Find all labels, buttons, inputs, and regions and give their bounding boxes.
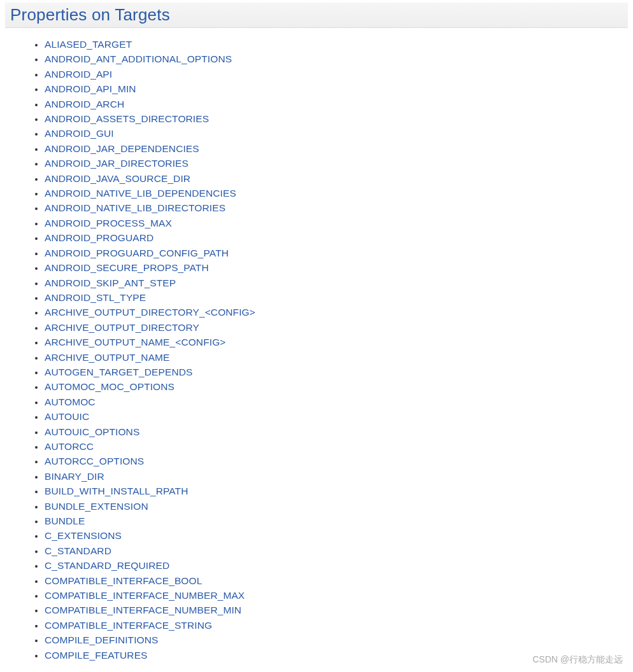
property-link[interactable]: ANDROID_API_MIN — [45, 83, 136, 94]
list-item: COMPILE_DEFINITIONS — [45, 633, 622, 647]
property-link[interactable]: ANDROID_JAR_DIRECTORIES — [45, 158, 188, 169]
property-link[interactable]: ANDROID_STL_TYPE — [45, 292, 146, 303]
list-item: AUTOMOC_MOC_OPTIONS — [45, 379, 622, 394]
property-link[interactable]: AUTOUIC — [45, 411, 89, 422]
properties-section: Properties on Targets ALIASED_TARGETANDR… — [5, 3, 628, 669]
property-link[interactable]: ANDROID_SECURE_PROPS_PATH — [45, 262, 209, 273]
list-item: AUTOMOC — [45, 395, 622, 409]
property-link[interactable]: AUTOMOC_MOC_OPTIONS — [45, 381, 174, 392]
list-item: BINARY_DIR — [45, 469, 622, 484]
property-link[interactable]: ARCHIVE_OUTPUT_NAME_<CONFIG> — [45, 337, 225, 347]
list-item: C_EXTENSIONS — [45, 528, 622, 543]
property-link[interactable]: ANDROID_GUI — [45, 128, 114, 139]
property-link[interactable]: ANDROID_API — [45, 69, 112, 80]
list-item: COMPATIBLE_INTERFACE_NUMBER_MIN — [45, 603, 622, 617]
list-item: ANDROID_SKIP_ANT_STEP — [45, 276, 622, 290]
property-link[interactable]: ALIASED_TARGET — [45, 39, 132, 50]
property-link[interactable]: AUTORCC_OPTIONS — [45, 456, 144, 466]
section-body: ALIASED_TARGETANDROID_ANT_ADDITIONAL_OPT… — [5, 28, 628, 669]
list-item: ANDROID_SECURE_PROPS_PATH — [45, 260, 622, 275]
section-header: Properties on Targets — [5, 3, 628, 28]
list-item: COMPATIBLE_INTERFACE_BOOL — [45, 573, 622, 588]
property-link[interactable]: ANDROID_JAR_DEPENDENCIES — [45, 143, 199, 154]
list-item: ALIASED_TARGET — [45, 37, 622, 52]
property-link[interactable]: COMPATIBLE_INTERFACE_NUMBER_MIN — [45, 605, 241, 615]
property-link[interactable]: COMPATIBLE_INTERFACE_NUMBER_MAX — [45, 590, 245, 601]
property-link[interactable]: ANDROID_NATIVE_LIB_DEPENDENCIES — [45, 188, 236, 199]
list-item: ANDROID_PROGUARD — [45, 230, 622, 245]
property-link[interactable]: ARCHIVE_OUTPUT_DIRECTORY_<CONFIG> — [45, 307, 255, 318]
property-link[interactable]: BUNDLE — [45, 515, 85, 526]
list-item: BUNDLE — [45, 514, 622, 528]
list-item: ANDROID_API_MIN — [45, 81, 622, 96]
property-link[interactable]: ARCHIVE_OUTPUT_DIRECTORY — [45, 322, 199, 333]
list-item: AUTORCC_OPTIONS — [45, 454, 622, 468]
property-link[interactable]: C_STANDARD_REQUIRED — [45, 560, 169, 571]
list-item: COMPATIBLE_INTERFACE_STRING — [45, 618, 622, 633]
list-item: ANDROID_GUI — [45, 126, 622, 141]
properties-list: ALIASED_TARGETANDROID_ANT_ADDITIONAL_OPT… — [11, 37, 622, 662]
list-item: ANDROID_JAR_DEPENDENCIES — [45, 141, 622, 156]
section-title: Properties on Targets — [10, 5, 622, 25]
list-item: ANDROID_API — [45, 67, 622, 81]
list-item: AUTORCC — [45, 439, 622, 454]
list-item: ANDROID_ASSETS_DIRECTORIES — [45, 111, 622, 126]
property-link[interactable]: COMPILE_FEATURES — [45, 650, 148, 661]
list-item: C_STANDARD_REQUIRED — [45, 558, 622, 573]
list-item: ANDROID_PROGUARD_CONFIG_PATH — [45, 246, 622, 260]
list-item: ARCHIVE_OUTPUT_NAME — [45, 350, 622, 365]
list-item: COMPILE_FEATURES — [45, 648, 622, 662]
property-link[interactable]: ANDROID_PROGUARD — [45, 232, 153, 243]
property-link[interactable]: C_STANDARD — [45, 545, 111, 556]
property-link[interactable]: ANDROID_ASSETS_DIRECTORIES — [45, 113, 209, 124]
list-item: ANDROID_JAVA_SOURCE_DIR — [45, 171, 622, 186]
list-item: ANDROID_ARCH — [45, 97, 622, 111]
list-item: BUILD_WITH_INSTALL_RPATH — [45, 484, 622, 498]
property-link[interactable]: AUTOUIC_OPTIONS — [45, 426, 139, 437]
property-link[interactable]: ANDROID_ARCH — [45, 99, 124, 109]
property-link[interactable]: BINARY_DIR — [45, 471, 104, 482]
list-item: ANDROID_PROCESS_MAX — [45, 216, 622, 230]
property-link[interactable]: C_EXTENSIONS — [45, 530, 122, 541]
list-item: ANDROID_NATIVE_LIB_DIRECTORIES — [45, 200, 622, 215]
list-item: ARCHIVE_OUTPUT_DIRECTORY_<CONFIG> — [45, 305, 622, 319]
list-item: COMPATIBLE_INTERFACE_NUMBER_MAX — [45, 588, 622, 603]
property-link[interactable]: ANDROID_ANT_ADDITIONAL_OPTIONS — [45, 53, 232, 64]
property-link[interactable]: AUTOGEN_TARGET_DEPENDS — [45, 367, 192, 377]
list-item: AUTOUIC_OPTIONS — [45, 424, 622, 439]
list-item: ANDROID_STL_TYPE — [45, 290, 622, 305]
property-link[interactable]: BUNDLE_EXTENSION — [45, 501, 148, 512]
list-item: C_STANDARD — [45, 543, 622, 558]
property-link[interactable]: ANDROID_NATIVE_LIB_DIRECTORIES — [45, 202, 225, 213]
list-item: BUNDLE_EXTENSION — [45, 499, 622, 514]
property-link[interactable]: ARCHIVE_OUTPUT_NAME — [45, 352, 170, 363]
property-link[interactable]: ANDROID_JAVA_SOURCE_DIR — [45, 173, 190, 184]
list-item: ARCHIVE_OUTPUT_NAME_<CONFIG> — [45, 335, 622, 349]
list-item: AUTOGEN_TARGET_DEPENDS — [45, 365, 622, 379]
list-item: ANDROID_NATIVE_LIB_DEPENDENCIES — [45, 186, 622, 200]
property-link[interactable]: BUILD_WITH_INSTALL_RPATH — [45, 486, 188, 496]
property-link[interactable]: COMPATIBLE_INTERFACE_BOOL — [45, 575, 202, 586]
list-item: AUTOUIC — [45, 409, 622, 424]
list-item: ARCHIVE_OUTPUT_DIRECTORY — [45, 320, 622, 335]
property-link[interactable]: COMPATIBLE_INTERFACE_STRING — [45, 620, 212, 631]
property-link[interactable]: AUTOMOC — [45, 396, 96, 407]
property-link[interactable]: ANDROID_PROCESS_MAX — [45, 218, 172, 228]
property-link[interactable]: ANDROID_PROGUARD_CONFIG_PATH — [45, 248, 229, 258]
property-link[interactable]: AUTORCC — [45, 441, 94, 452]
property-link[interactable]: COMPILE_DEFINITIONS — [45, 634, 158, 645]
list-item: ANDROID_JAR_DIRECTORIES — [45, 156, 622, 171]
property-link[interactable]: ANDROID_SKIP_ANT_STEP — [45, 277, 176, 288]
list-item: ANDROID_ANT_ADDITIONAL_OPTIONS — [45, 52, 622, 66]
